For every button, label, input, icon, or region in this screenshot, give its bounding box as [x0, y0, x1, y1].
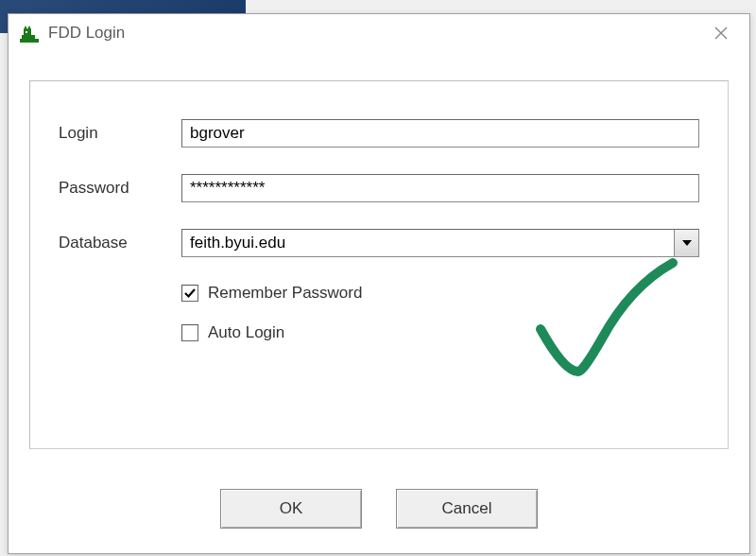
login-label: Login — [59, 124, 181, 143]
login-dialog: FDD Login Login Password Database — [8, 13, 750, 554]
database-row: Database — [59, 229, 699, 257]
form-frame: Login Password Database Remember Passwor — [29, 80, 729, 449]
window-title: FDD Login — [48, 24, 702, 43]
app-icon — [18, 22, 41, 44]
auto-login-label: Auto Login — [208, 323, 284, 342]
remember-password-checkbox[interactable] — [181, 285, 198, 302]
checkmark-icon — [184, 287, 196, 299]
login-row: Login — [59, 119, 699, 148]
svg-rect-6 — [26, 31, 27, 33]
login-input[interactable] — [181, 119, 699, 148]
chevron-down-icon — [682, 240, 692, 246]
password-input[interactable] — [181, 174, 699, 202]
svg-marker-3 — [27, 26, 31, 29]
svg-marker-2 — [24, 26, 27, 29]
password-row: Password — [59, 174, 699, 202]
close-icon — [714, 26, 728, 40]
svg-rect-5 — [20, 39, 24, 43]
remember-password-row: Remember Password — [181, 284, 699, 303]
database-combobox[interactable] — [181, 229, 699, 257]
titlebar: FDD Login — [9, 14, 749, 52]
auto-login-row: Auto Login — [181, 323, 699, 342]
svg-rect-4 — [35, 39, 39, 43]
auto-login-checkbox[interactable] — [181, 324, 198, 341]
cancel-button[interactable]: Cancel — [396, 489, 538, 529]
close-button[interactable] — [702, 19, 740, 47]
ok-button[interactable]: OK — [220, 489, 362, 529]
remember-password-label: Remember Password — [208, 284, 362, 303]
database-dropdown-button[interactable] — [674, 230, 698, 256]
button-bar: OK Cancel — [9, 489, 749, 529]
database-input[interactable] — [182, 230, 674, 256]
database-label: Database — [59, 234, 181, 252]
password-label: Password — [59, 179, 181, 198]
